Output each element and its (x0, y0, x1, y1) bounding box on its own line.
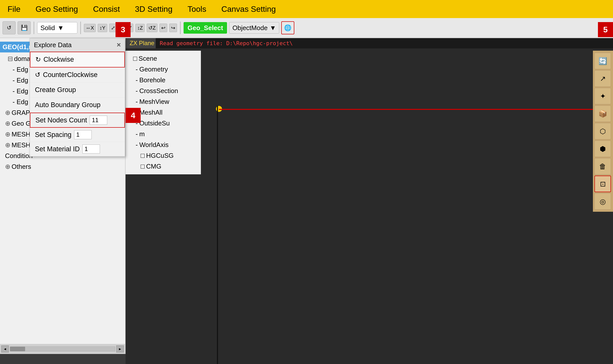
tool-rotate-btn[interactable]: 🔄 (594, 53, 611, 69)
tool-arrow-btn[interactable]: ↗ (594, 70, 611, 87)
menu-3d-setting[interactable]: 3D Setting (132, 3, 175, 16)
tree-dash-geometry: - (136, 65, 138, 73)
right-tree-meshview[interactable]: - MeshView (128, 96, 198, 107)
object-mode-label: ObjectMode (232, 24, 267, 32)
context-menu-title: Explore Data (34, 41, 72, 49)
toolbar-rotate-z-btn[interactable]: ↺Z (147, 24, 157, 32)
right-tree-hgcusg-label: HGCuSG (146, 152, 174, 160)
checkbox-scene-icon: □ (133, 55, 137, 62)
auto-boundary-group-label: Auto Boundary Group (35, 101, 100, 109)
tool-box-btn[interactable]: 📦 (594, 105, 611, 122)
right-tree-hgcusg[interactable]: □ HGCuSG (128, 150, 198, 161)
globe-button[interactable]: 🌐 (281, 21, 294, 34)
object-mode-dropdown[interactable]: ObjectMode ▼ (229, 22, 279, 34)
clockwise-label: Clockwise (43, 56, 74, 63)
tool-select-btn[interactable]: ✦ (594, 88, 611, 104)
scroll-left-arrow[interactable]: ◄ (1, 345, 9, 352)
checkbox-hgcusg-icon: □ (141, 152, 145, 160)
set-nodes-count-menu-item[interactable]: Set Nodes Count (30, 113, 125, 128)
right-tree-geometry-label: Geometry (139, 65, 168, 73)
right-tree-m-label: m (139, 130, 145, 138)
menu-file[interactable]: File (5, 3, 23, 16)
menu-tools[interactable]: Tools (185, 3, 209, 16)
menu-canvas-setting[interactable]: Canvas Setting (219, 3, 278, 16)
tree-dash-worldaxis: - (136, 141, 138, 149)
view-mode-arrow-icon: ▼ (58, 24, 64, 32)
expand-icon-mesh-group: ⊕ (5, 141, 10, 149)
toolbar-sep-1 (34, 22, 34, 34)
context-menu-header: Explore Data × (30, 38, 125, 52)
right-tree-m[interactable]: - m (128, 129, 198, 139)
right-tools-panel: 🔄 ↗ ✦ 📦 ⬡ ⬢ 🗑 ⊡ ◎ (593, 51, 613, 212)
right-tree-borehole-label: Borehole (139, 76, 165, 84)
right-tree-scene[interactable]: □ Scene (128, 53, 198, 64)
right-tree-meshview-label: MeshView (139, 98, 169, 106)
clockwise-icon: ↻ (35, 56, 41, 63)
context-menu-close-button[interactable]: × (117, 41, 121, 49)
set-spacing-menu-item[interactable]: Set Spacing (30, 128, 125, 142)
right-tree-meshall-label: MeshAll (139, 109, 162, 116)
annotation-3: 3 (116, 22, 131, 37)
tree-label-mesh: MESH (12, 130, 30, 138)
menu-consist[interactable]: Consist (91, 3, 123, 16)
set-nodes-count-label: Set Nodes Count (35, 116, 87, 124)
tree-dash-meshview: - (136, 98, 138, 106)
expand-icon-geo-group: ⊕ (5, 120, 10, 127)
right-tree-worldaxis[interactable]: - WorldAxis (128, 139, 198, 150)
tree-label-others: Others (12, 163, 31, 171)
right-tree-cmg[interactable]: □ CMG (128, 161, 198, 172)
counterclockwise-icon: ↺ (35, 71, 40, 79)
set-spacing-input[interactable] (74, 130, 92, 139)
set-material-id-input[interactable] (82, 144, 100, 154)
canvas-area: ZX Plane Read geometry file: D:\Repo\hgc… (126, 38, 613, 364)
black-line-vertical (217, 106, 218, 364)
tree-dash-borehole: - (136, 76, 138, 84)
tree-dash-crosssection: - (136, 87, 138, 95)
right-tree-outsidesurface-label: OutsideSu (139, 119, 170, 127)
menu-geo-setting[interactable]: Geo Setting (33, 3, 81, 16)
geo-select-button[interactable]: Geo_Select (184, 22, 227, 34)
right-tree-scene-label: Scene (139, 55, 157, 62)
set-spacing-label: Set Spacing (35, 131, 72, 139)
set-material-id-menu-item[interactable]: Set Material ID (30, 142, 125, 156)
right-tree-geometry[interactable]: - Geometry (128, 64, 198, 75)
toolbar-transform-y-btn[interactable]: ↕Y (98, 24, 107, 32)
toolbar-refresh-btn[interactable]: ↺ (3, 21, 16, 34)
tree-label-edge2: - Edg (13, 77, 28, 84)
right-tree-crosssection-label: CrossSection (139, 87, 178, 95)
expand-icon-graph: ⊕ (5, 109, 10, 117)
scroll-thumb[interactable] (10, 347, 25, 351)
toolbar-transform-z-btn[interactable]: ↕Z (135, 24, 144, 32)
tree-label-conditions: Condition (5, 152, 33, 160)
left-scrollbar: ◄ ► (0, 344, 125, 354)
right-tree-borehole[interactable]: - Borehole (128, 75, 198, 86)
clockwise-menu-item[interactable]: ↻ Clockwise (30, 52, 125, 67)
toolbar-transform-x-btn[interactable]: ↔X (84, 24, 96, 32)
toolbar-redo-btn[interactable]: ↪ (169, 24, 177, 32)
view-mode-label: Solid (40, 24, 55, 32)
expand-icon-mesh: ⊕ (5, 130, 10, 138)
viewport-label: ZX Plane (126, 38, 158, 48)
right-tree-crosssection[interactable]: - CrossSection (128, 86, 198, 96)
view-mode-dropdown[interactable]: Solid ▼ (37, 22, 77, 34)
object-mode-arrow-icon: ▼ (270, 24, 276, 32)
set-nodes-count-input[interactable] (90, 116, 107, 125)
annotation-5: 5 (598, 22, 613, 37)
tool-cube-outline-btn[interactable]: ⬡ (594, 123, 611, 139)
tree-item-others[interactable]: ⊕ Others (0, 161, 125, 172)
toolbar: ↺ 💾 Solid ▼ ↔X ↕Y ⤢Y ↻Y ↕Z ↺Z ↩ ↪ Geo_Se… (0, 18, 613, 38)
right-tree-worldaxis-label: WorldAxis (139, 141, 169, 149)
toolbar-undo-btn[interactable]: ↩ (159, 24, 167, 32)
create-group-menu-item[interactable]: Create Group (30, 83, 125, 98)
tool-delete-btn[interactable]: 🗑 (594, 158, 611, 175)
tool-transform-btn[interactable]: ⊡ (594, 176, 611, 192)
tool-cube-filled-btn[interactable]: ⬢ (594, 140, 611, 157)
scroll-right-arrow[interactable]: ► (116, 345, 124, 352)
context-menu: Explore Data × ↻ Clockwise ↺ CounterCloc… (30, 38, 125, 157)
counterclockwise-menu-item[interactable]: ↺ CounterClockwise (30, 67, 125, 83)
scroll-track[interactable] (10, 346, 115, 351)
toolbar-save-btn[interactable]: 💾 (18, 21, 31, 34)
auto-boundary-group-menu-item[interactable]: Auto Boundary Group (30, 98, 125, 113)
tool-circle-btn[interactable]: ◎ (594, 193, 611, 210)
counterclockwise-label: CounterClockwise (43, 71, 98, 79)
